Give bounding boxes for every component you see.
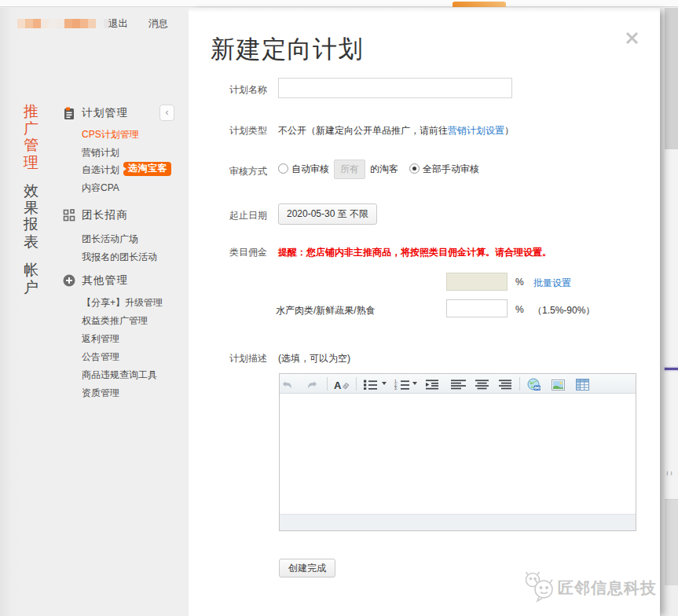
- menu-item[interactable]: 公告管理: [82, 350, 119, 364]
- chevron-down-icon[interactable]: [412, 382, 417, 387]
- bullet-list-icon[interactable]: [364, 378, 378, 391]
- auto-review-radio[interactable]: [278, 163, 288, 174]
- indent-icon[interactable]: [426, 378, 439, 391]
- all-taoke-button[interactable]: 所有: [334, 160, 365, 179]
- gutter-text-fragment: ❙❙: [665, 471, 672, 482]
- menu-item-badge: 选淘宝客: [123, 162, 171, 176]
- redo-icon[interactable]: [306, 378, 317, 391]
- link-icon[interactable]: [527, 378, 541, 391]
- date-field: 2020-05-30 至 不限: [278, 204, 377, 225]
- menu-group-title[interactable]: 计划管理: [82, 106, 128, 120]
- manual-review-radio[interactable]: [409, 163, 420, 174]
- chevron-left-icon: ‹: [166, 107, 169, 118]
- editor-toolbar: A1,2,3,: [280, 374, 636, 394]
- watermark-text: 匠邻信息科技: [558, 578, 657, 599]
- menu-item[interactable]: 返利管理: [82, 332, 119, 346]
- auto-review-label: 自动审核: [291, 163, 329, 174]
- commission-label: 类目佣金: [229, 246, 267, 259]
- numbered-list-icon[interactable]: 1,2,3,: [394, 378, 410, 391]
- messages-link[interactable]: 消息: [148, 17, 168, 31]
- redacted-pixel: [25, 19, 33, 28]
- plan-name-label: 计划名称: [229, 83, 267, 97]
- menu-item[interactable]: 营销计划: [82, 146, 119, 160]
- menu-group-title[interactable]: 团长招商: [82, 208, 128, 222]
- menu-item[interactable]: 商品违规查询工具: [82, 368, 157, 382]
- vertical-nav: 推广管理效果报表帐户: [24, 103, 41, 307]
- review-mode-label: 审核方式: [229, 165, 267, 178]
- redacted-pixel: [80, 19, 88, 28]
- gutter-purple-line: [665, 368, 678, 370]
- commission-warning: 提醒：您店铺内非主推商品，将按照类目佣金计算。请合理设置。: [278, 246, 552, 259]
- sidebar-collapse-button[interactable]: ‹: [159, 104, 174, 121]
- commission-all-field: [446, 273, 508, 291]
- redacted-username: [17, 19, 104, 28]
- marketing-plan-settings-link[interactable]: 营销计划设置: [448, 125, 504, 136]
- clipboard-icon: [63, 107, 75, 119]
- orange-tab-fragment: [453, 2, 506, 7]
- manual-review-label: 全部手动审核: [423, 163, 479, 174]
- create-plan-dialog: × 新建定向计划 计划名称 计划类型 不公开（新建定向公开单品推广，请前往营销计…: [189, 8, 660, 616]
- close-icon[interactable]: ×: [625, 31, 639, 45]
- submit-button[interactable]: 创建完成: [279, 559, 335, 578]
- grid-icon: [63, 209, 75, 222]
- redacted-pixel: [33, 19, 41, 28]
- svg-text:A: A: [334, 380, 342, 391]
- align-center-icon[interactable]: [475, 378, 489, 391]
- remove-format-icon[interactable]: A: [334, 378, 350, 391]
- plus-circle-icon: [63, 274, 75, 287]
- table-icon[interactable]: [576, 378, 589, 391]
- menu-item[interactable]: 权益类推广管理: [82, 314, 148, 328]
- menu-group-title[interactable]: 其他管理: [82, 273, 128, 288]
- vertical-nav-item-2[interactable]: 帐户: [24, 262, 40, 295]
- toolbar-separator: [519, 377, 520, 390]
- toolbar-separator: [327, 377, 328, 390]
- category-commission-field: [446, 299, 508, 317]
- editor-status-bar: [280, 514, 636, 530]
- date-range-button[interactable]: 2020-05-30 至 不限: [278, 204, 377, 225]
- redacted-pixel: [96, 19, 104, 28]
- plan-type-text-suffix: ）: [504, 125, 514, 136]
- redacted-pixel: [72, 19, 80, 28]
- undo-icon[interactable]: [282, 378, 293, 391]
- percent-sign: %: [515, 277, 524, 288]
- percent-sign-2: %: [515, 304, 524, 315]
- category-name-label: 水产肉类/新鲜蔬果/熟食: [276, 304, 376, 317]
- editor-content-area[interactable]: [280, 394, 636, 514]
- menu-item[interactable]: 【分享+】升级管理: [82, 296, 163, 310]
- redacted-pixel: [17, 19, 25, 28]
- vertical-nav-item-1[interactable]: 效果报表: [24, 182, 40, 250]
- left-panel: 退出 消息 推广管理效果报表帐户 计划管理CPS计划管理营销计划自选计划选淘宝客…: [0, 8, 189, 616]
- redacted-pixel: [41, 19, 49, 28]
- menu-item[interactable]: CPS计划管理: [82, 128, 139, 141]
- menu-item[interactable]: 团长活动广场: [82, 233, 138, 246]
- date-range-label: 起止日期: [229, 209, 267, 222]
- commission-all-input: [446, 273, 508, 291]
- dialog-title: 新建定向计划: [211, 33, 364, 66]
- svg-text:3,: 3,: [394, 387, 398, 390]
- chevron-down-icon[interactable]: [382, 382, 387, 387]
- menu-item[interactable]: 我报名的团长活动: [82, 251, 157, 264]
- align-right-icon[interactable]: [499, 378, 512, 391]
- watermark-logo-icon: [523, 569, 556, 607]
- description-label: 计划描述: [229, 352, 267, 365]
- menu-item[interactable]: 内容CPA: [82, 182, 119, 195]
- taoke-suffix-label: 的淘客: [370, 163, 398, 174]
- plan-type-value: 不公开（新建定向公开单品推广，请前往营销计划设置）: [278, 124, 514, 138]
- redacted-pixel: [57, 19, 64, 28]
- plan-type-text: 不公开（新建定向公开单品推广，请前往: [278, 125, 448, 136]
- menu-item[interactable]: 资质管理: [82, 387, 119, 400]
- user-row: 退出 消息: [0, 17, 189, 31]
- category-commission-input[interactable]: [446, 299, 508, 317]
- top-strip: [0, 0, 678, 7]
- logout-link[interactable]: 退出: [108, 17, 128, 31]
- vertical-nav-item-0[interactable]: 推广管理: [24, 103, 40, 170]
- toolbar-separator: [356, 377, 357, 390]
- plan-name-input[interactable]: [278, 78, 512, 98]
- menu-item[interactable]: 自选计划选淘宝客: [82, 163, 171, 178]
- align-left-icon[interactable]: [451, 378, 467, 391]
- image-icon[interactable]: [552, 378, 565, 391]
- batch-setting-link[interactable]: 批量设置: [533, 277, 571, 290]
- commission-range-hint: （1.5%-90%）: [533, 304, 595, 317]
- redacted-pixel: [49, 19, 57, 28]
- rich-text-editor: A1,2,3,: [279, 373, 636, 531]
